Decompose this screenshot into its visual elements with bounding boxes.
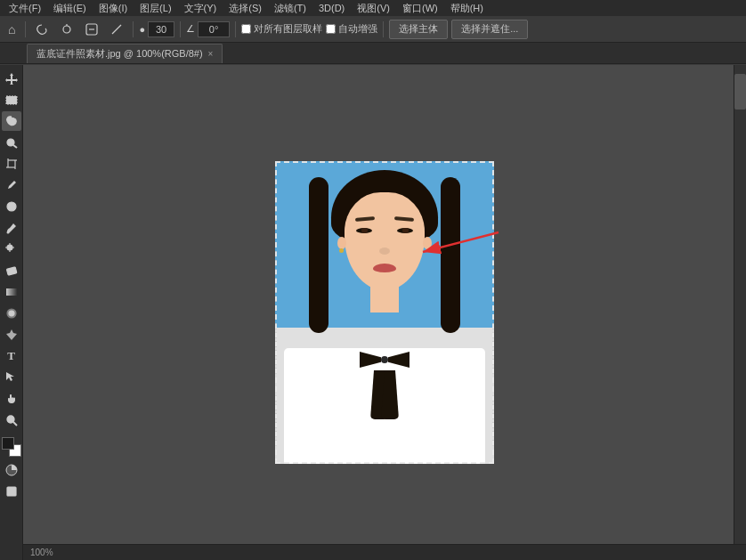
svg-rect-31 (7, 487, 16, 496)
auto-enhance-text: 自动增强 (338, 22, 377, 36)
svg-point-0 (63, 26, 70, 33)
clone-stamp-icon (5, 243, 18, 256)
auto-enhance-checkbox[interactable] (326, 24, 336, 34)
zoom-tool-icon (5, 414, 18, 426)
svg-point-8 (7, 139, 14, 146)
sample-all-layers-text: 对所有图层取样 (254, 22, 322, 36)
menu-3d[interactable]: 3D(D) (313, 0, 350, 16)
tool-option-4[interactable] (106, 20, 127, 39)
marquee-tool-button[interactable] (2, 90, 21, 110)
neck (370, 281, 399, 312)
hair-right (441, 177, 460, 333)
bowtie (360, 352, 409, 368)
svg-rect-7 (6, 96, 17, 104)
blur-tool-button[interactable] (2, 304, 21, 323)
lasso-tool-icon (36, 23, 48, 36)
clone-stamp-button[interactable] (2, 239, 21, 259)
status-text: 100% (30, 548, 53, 557)
angle-input[interactable] (198, 21, 230, 37)
path-selection-button[interactable] (2, 368, 21, 387)
toolbar-divider-2 (133, 21, 134, 37)
eraser-tool-button[interactable] (2, 261, 21, 280)
photo-canvas (275, 161, 494, 464)
blur-tool-icon (5, 307, 18, 320)
menu-bar: 文件(F) 编辑(E) 图像(I) 图层(L) 文字(Y) 选择(S) 滤镜(T… (0, 0, 746, 16)
menu-help[interactable]: 帮助(H) (445, 0, 489, 16)
eyedropper-tool-icon (5, 179, 18, 191)
svg-line-9 (13, 145, 17, 148)
screen-mode-button[interactable] (2, 482, 21, 501)
angle-group: ∠ (186, 21, 230, 37)
quick-mask-button[interactable] (2, 460, 21, 480)
bowtie-knot (381, 356, 388, 363)
brush-size-input[interactable] (148, 21, 174, 37)
canvas-area (23, 65, 746, 560)
toolbar: ⌂ ● ∠ 对所有图层 (0, 16, 746, 43)
svg-marker-27 (6, 372, 14, 381)
quick-select-tool-button[interactable] (2, 133, 21, 152)
screen-mode-icon (5, 485, 18, 498)
menu-window[interactable]: 窗口(W) (397, 0, 443, 16)
menu-file[interactable]: 文件(F) (4, 0, 46, 16)
bowtie-left (360, 352, 381, 368)
menu-filter[interactable]: 滤镜(T) (269, 0, 312, 16)
tool-option-2[interactable] (56, 20, 77, 39)
scroll-thumb[interactable] (734, 74, 746, 110)
tool-option-3[interactable] (81, 20, 102, 39)
menu-image[interactable]: 图像(I) (93, 0, 133, 16)
toolbar-divider-3 (180, 21, 181, 37)
tab-close-button[interactable]: × (208, 49, 214, 59)
auto-enhance-label[interactable]: 自动增强 (326, 22, 377, 36)
ear-right (423, 237, 432, 249)
menu-edit[interactable]: 编辑(E) (48, 0, 92, 16)
quick-mask-icon (5, 464, 18, 476)
tab-bar: 蓝底证件照素材.jpg @ 100%(RGB/8#) × (0, 43, 746, 64)
lasso-tool-button[interactable] (2, 111, 21, 131)
eyebrow-left (355, 216, 375, 222)
brush-size-icon: ● (139, 24, 145, 35)
bowtie-right (388, 352, 409, 368)
svg-rect-23 (6, 267, 16, 275)
color-swatches-group (2, 437, 21, 457)
menu-select[interactable]: 选择(S) (223, 0, 267, 16)
svg-point-28 (7, 416, 14, 423)
brush-tool-button[interactable] (2, 218, 21, 238)
nose (379, 248, 390, 255)
document-tab[interactable]: 蓝底证件照素材.jpg @ 100%(RGB/8#) × (27, 44, 223, 63)
eraser-tool-icon (5, 264, 18, 277)
angle-icon: ∠ (186, 23, 195, 35)
select-and-mask-button[interactable]: 选择并遮住... (451, 20, 528, 39)
eye-right (397, 228, 413, 233)
hair-left (309, 177, 328, 333)
menu-view[interactable]: 视图(V) (352, 0, 395, 16)
crop-tool-button[interactable] (2, 154, 21, 174)
sample-all-layers-checkbox[interactable] (241, 24, 251, 34)
tool-option-1[interactable] (31, 20, 53, 39)
text-tool-button[interactable]: T (2, 346, 21, 366)
menu-layer[interactable]: 图层(L) (134, 0, 176, 16)
sample-all-layers-label[interactable]: 对所有图层取样 (241, 22, 322, 36)
menu-text[interactable]: 文字(Y) (179, 0, 223, 16)
eyedropper-tool-button[interactable] (2, 175, 21, 195)
foreground-color-swatch[interactable] (2, 437, 14, 450)
vertical-scrollbar[interactable] (734, 65, 746, 544)
move-tool-button[interactable] (2, 69, 21, 88)
zoom-tool-button[interactable] (2, 410, 21, 430)
quick-select-icon (5, 136, 18, 149)
crop-tool-icon (5, 158, 18, 170)
healing-tool-button[interactable] (2, 197, 21, 216)
lasso-tool-icon-2 (61, 23, 73, 36)
svg-rect-24 (6, 288, 17, 296)
select-subject-button[interactable]: 选择主体 (389, 20, 448, 39)
hand-tool-button[interactable] (2, 389, 21, 409)
ps-home-button[interactable]: ⌂ (4, 20, 20, 39)
pen-tool-button[interactable] (2, 325, 21, 345)
svg-line-4 (112, 28, 118, 34)
svg-point-17 (6, 231, 9, 234)
eye-left (356, 228, 372, 233)
svg-marker-6 (5, 73, 18, 85)
eyebrow-right (394, 216, 414, 222)
gradient-tool-button[interactable] (2, 282, 21, 302)
svg-line-5 (118, 25, 121, 28)
left-sidebar: T (0, 65, 23, 560)
